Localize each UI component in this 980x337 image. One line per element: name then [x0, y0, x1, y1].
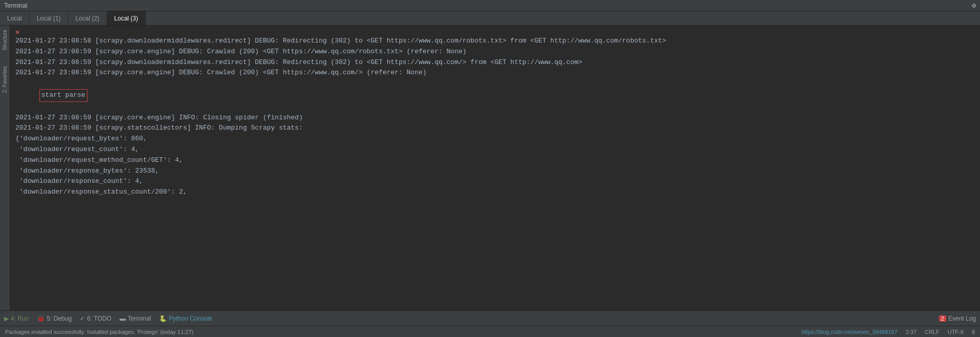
- tab-local-3[interactable]: Local (3): [107, 11, 146, 25]
- terminal-output[interactable]: ✕ 2021-01-27 23:08:58 [scrapy.downloader…: [10, 26, 980, 310]
- python-console-label: Python Console: [169, 315, 212, 322]
- bottom-toolbar: ▶ 4: Run 🐞 5: Debug ✓ 6: TODO ▬ Terminal…: [0, 310, 980, 326]
- sidebar-item-structure[interactable]: Structure: [2, 30, 8, 51]
- debug-label: 5: Debug: [47, 315, 72, 322]
- status-bar-right: https://blog.csdn.net/weixin_38468167 2:…: [801, 329, 975, 335]
- python-icon: 🐍: [159, 315, 167, 322]
- log-line-8: 'downloader/request_count': 4,: [15, 144, 975, 155]
- log-line-2: 2021-01-27 23:08:59 [scrapy.core.engine]…: [15, 47, 975, 57]
- log-line-11: 'downloader/response_count': 4,: [15, 176, 975, 187]
- log-line-highlight: start parse: [15, 78, 975, 112]
- status-url: https://blog.csdn.net/weixin_38468167: [801, 329, 897, 335]
- status-position: 2:37: [906, 329, 917, 335]
- debug-icon: 🐞: [37, 315, 45, 322]
- tab-local-1[interactable]: Local (1): [30, 11, 69, 25]
- log-line-3: 2021-01-27 23:08:59 [scrapy.downloadermi…: [15, 57, 975, 68]
- python-console-button[interactable]: 🐍 Python Console: [159, 315, 212, 322]
- settings-icon[interactable]: ⚙: [972, 2, 976, 10]
- highlight-text: start parse: [39, 89, 88, 102]
- tab-bar: Local Local (1) Local (2) Local (3): [0, 11, 980, 26]
- title-bar: Terminal ⚙: [0, 0, 980, 11]
- todo-label: 6: TODO: [87, 315, 112, 322]
- tab-local[interactable]: Local: [0, 11, 30, 25]
- log-line-12: 'downloader/response_status_count/200': …: [15, 187, 975, 198]
- log-line-9: 'downloader/request_method_count/GET': 4…: [15, 155, 975, 166]
- log-line-7: {'downloader/request_bytes': 860,: [15, 134, 975, 144]
- run-icon: ▶: [4, 315, 9, 322]
- run-button[interactable]: ▶ 4: Run: [4, 315, 29, 322]
- event-count-badge: 2: [939, 315, 946, 322]
- debug-button[interactable]: 🐞 5: Debug: [37, 315, 72, 322]
- log-line-5: 2021-01-27 23:08:59 [scrapy.core.engine]…: [15, 113, 975, 123]
- title-bar-text: Terminal: [4, 2, 27, 9]
- main-area: Structure 2: Favorites ✕ 2021-01-27 23:0…: [0, 26, 980, 310]
- log-line-4: 2021-01-27 23:08:59 [scrapy.core.engine]…: [15, 68, 975, 78]
- log-line-6: 2021-01-27 23:08:59 [scrapy.statscollect…: [15, 123, 975, 134]
- status-encoding: UTF-8: [948, 329, 964, 335]
- event-log[interactable]: 2 Event Log: [939, 315, 976, 322]
- tab-local-2[interactable]: Local (2): [68, 11, 107, 25]
- todo-icon: ✓: [80, 315, 85, 322]
- sidebar-item-favorites[interactable]: 2: Favorites: [2, 66, 8, 93]
- status-indent: 8: [972, 329, 975, 335]
- left-panel: Structure 2: Favorites: [0, 26, 10, 310]
- todo-button[interactable]: ✓ 6: TODO: [80, 315, 112, 322]
- terminal-label: Terminal: [128, 315, 151, 322]
- log-line-10: 'downloader/response_bytes': 23538,: [15, 166, 975, 177]
- terminal-button[interactable]: ▬ Terminal: [120, 315, 151, 322]
- terminal-icon: ▬: [120, 315, 126, 322]
- log-line-1: 2021-01-27 23:08:58 [scrapy.downloadermi…: [15, 36, 975, 47]
- close-icon[interactable]: ✕: [15, 29, 19, 36]
- status-line-ending: CRLF: [925, 329, 940, 335]
- status-message: Packages installed successfully: Install…: [5, 329, 193, 335]
- event-log-label: Event Log: [948, 315, 976, 322]
- run-label: 4: Run: [11, 315, 29, 322]
- status-bar: Packages installed successfully: Install…: [0, 326, 980, 337]
